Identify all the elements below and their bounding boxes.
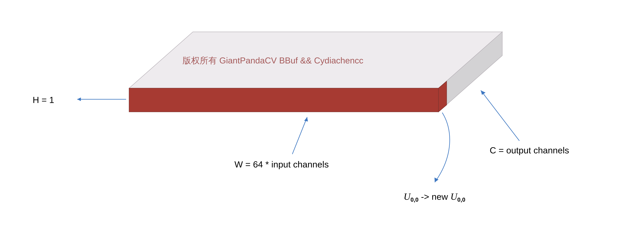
label-h: H = 1 <box>33 95 54 105</box>
arrow-c <box>481 90 519 141</box>
slab-3d <box>0 0 644 227</box>
watermark-text: 版权所有 GiantPandaCV BBuf && Cydiachencc <box>182 55 364 66</box>
slab-front-face <box>129 88 438 112</box>
label-u: U0,0 -> new U0,0 <box>404 191 465 203</box>
svg-marker-5 <box>481 90 486 95</box>
svg-marker-3 <box>77 97 81 101</box>
arrow-w <box>292 117 307 154</box>
arrow-u <box>435 113 450 182</box>
label-w: W = 64 * input channels <box>234 159 329 170</box>
svg-marker-4 <box>304 117 308 122</box>
label-c: C = output channels <box>490 145 569 155</box>
